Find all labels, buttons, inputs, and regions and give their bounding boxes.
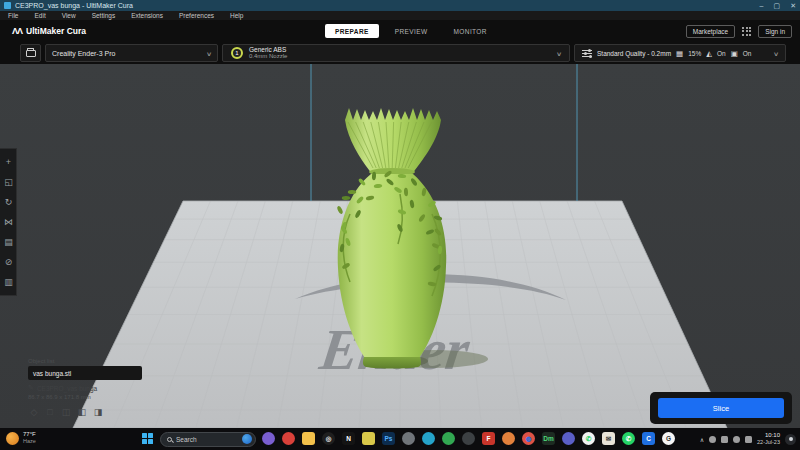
app-icon-chrome[interactable]: ◍ <box>522 432 535 445</box>
sign-in-button[interactable]: Sign in <box>758 25 792 38</box>
app-icon-purple2[interactable] <box>562 432 575 445</box>
app-icon-folder[interactable] <box>302 432 315 445</box>
notification-bell-icon[interactable] <box>785 434 796 445</box>
system-tray: ∧ 10:10 22-Jul-23 <box>700 430 796 448</box>
left-toolbar: +◱↻⋈▤⊘▥ <box>0 148 17 296</box>
taskbar-clock[interactable]: 10:10 22-Jul-23 <box>757 432 780 446</box>
wifi-icon[interactable] <box>721 436 728 443</box>
search-icon <box>167 437 172 442</box>
app-icon-green[interactable] <box>442 432 455 445</box>
window-title: CE3PRO_vas bunga - UltiMaker Cura <box>15 0 133 11</box>
support-value: On <box>717 50 726 57</box>
app-icon-dm[interactable]: Dm <box>542 432 555 445</box>
menu-edit[interactable]: Edit <box>26 11 53 20</box>
battery-icon[interactable] <box>745 436 752 443</box>
folder-icon <box>26 50 36 57</box>
taskbar-search[interactable]: Search <box>160 432 256 447</box>
config-toolbar: Creality Ender-3 Pro ∨ 1 Generic ABS 0.4… <box>0 42 800 64</box>
weather-temperature: 77°F <box>23 431 36 438</box>
view-front[interactable]: □ <box>44 406 56 418</box>
stage-tabs: PREPAREPREVIEWMONITOR <box>325 20 497 42</box>
app-icon-mail[interactable]: ✉ <box>602 432 615 445</box>
app-icon-n[interactable]: N <box>342 432 355 445</box>
adhesion-icon: ▣ <box>731 49 738 58</box>
tool-move[interactable]: + <box>0 152 17 172</box>
menu-bar: FileEditViewSettingsExtensionsPreference… <box>0 11 800 20</box>
chevron-down-icon: ∨ <box>556 50 562 57</box>
menu-preferences[interactable]: Preferences <box>171 11 222 20</box>
volume-icon[interactable] <box>733 436 740 443</box>
tool-rotate[interactable]: ↻ <box>0 192 17 212</box>
menu-help[interactable]: Help <box>222 11 251 20</box>
weather-widget[interactable]: 77°F Haze <box>6 431 36 445</box>
view-right[interactable]: ◨ <box>92 406 104 418</box>
weather-description: Haze <box>23 438 36 445</box>
tray-app-icon[interactable] <box>709 436 716 443</box>
infill-value: 15% <box>688 50 701 57</box>
app-icon-photoshop[interactable]: Ps <box>382 432 395 445</box>
tool-per-model-settings[interactable]: ▤ <box>0 232 17 252</box>
app-icon-globe[interactable] <box>402 432 415 445</box>
print-settings-selector[interactable]: Standard Quality - 0.2mm ▦ 15% ◭ On ▣ On… <box>574 44 786 62</box>
object-list-label[interactable]: Object list <box>28 358 178 364</box>
cura-window-icon <box>4 2 11 9</box>
printer-selector[interactable]: Creality Ender-3 Pro ∨ <box>45 44 218 62</box>
app-icon-c-blue[interactable]: C <box>642 432 655 445</box>
marketplace-button[interactable]: Marketplace <box>686 25 735 38</box>
view-3d[interactable]: ◇ <box>28 406 40 418</box>
app-icon-orange[interactable] <box>502 432 515 445</box>
tool-scale[interactable]: ◱ <box>0 172 17 192</box>
material-selector[interactable]: 1 Generic ABS 0.4mm Nozzle ∨ <box>222 44 570 62</box>
tool-custom[interactable]: ▥ <box>0 272 17 292</box>
printer-name: Creality Ender-3 Pro <box>52 50 115 57</box>
tab-preview[interactable]: PREVIEW <box>385 24 438 38</box>
slice-button[interactable]: Slice <box>658 398 784 418</box>
app-icon-g[interactable]: G <box>662 432 675 445</box>
tray-chevron-up-icon[interactable]: ∧ <box>700 436 704 443</box>
start-button[interactable] <box>142 433 153 444</box>
taskbar: 77°F Haze Search ◎NPsF◍Dm✆✉✆CG ∧ 10:10 2… <box>0 428 800 450</box>
extruder-1-icon: 1 <box>231 47 243 59</box>
tab-monitor[interactable]: MONITOR <box>444 24 497 38</box>
camera-view-buttons: ◇□◫◧◨ <box>28 406 178 418</box>
taskbar-apps: ◎NPsF◍Dm✆✉✆CG <box>262 432 675 445</box>
slice-panel: Slice <box>650 392 792 424</box>
search-label: Search <box>176 436 238 443</box>
weather-sun-icon <box>6 432 19 445</box>
vase-model <box>336 108 446 369</box>
infill-icon: ▦ <box>676 49 683 58</box>
tool-support-blocker[interactable]: ⊘ <box>0 252 17 272</box>
menu-file[interactable]: File <box>0 11 26 20</box>
project-name: CE3PRO_vas bunga <box>37 385 97 392</box>
app-icon-whatsapp[interactable]: ✆ <box>622 432 635 445</box>
tool-mirror[interactable]: ⋈ <box>0 212 17 232</box>
chevron-down-icon: ∨ <box>773 50 779 57</box>
menu-settings[interactable]: Settings <box>84 11 124 20</box>
app-icon-red-pin[interactable] <box>282 432 295 445</box>
app-icon-whatsapp-light[interactable]: ✆ <box>582 432 595 445</box>
bing-icon <box>242 434 252 444</box>
close-button[interactable]: ✕ <box>790 2 796 10</box>
app-icon-red-square[interactable]: F <box>482 432 495 445</box>
open-file-button[interactable] <box>20 44 41 62</box>
app-icon-record[interactable]: ◎ <box>322 432 335 445</box>
apps-grid-icon[interactable] <box>742 27 751 36</box>
view-left[interactable]: ◧ <box>76 406 88 418</box>
app-icon-dark[interactable] <box>462 432 475 445</box>
material-name: Generic ABS <box>249 46 287 53</box>
adhesion-value: On <box>743 50 752 57</box>
app-icon-edge[interactable] <box>422 432 435 445</box>
app-name: UltiMaker Cura <box>26 26 86 36</box>
app-icon-sticky-notes[interactable] <box>362 432 375 445</box>
view-top[interactable]: ◫ <box>60 406 72 418</box>
tab-prepare[interactable]: PREPARE <box>325 24 379 38</box>
object-list-item[interactable]: vas bunga.stl <box>28 366 142 380</box>
menu-extensions[interactable]: Extensions <box>123 11 171 20</box>
menu-view[interactable]: View <box>54 11 84 20</box>
chevron-down-icon: ∨ <box>206 50 212 57</box>
app-icon-purple[interactable] <box>262 432 275 445</box>
rename-project-icon[interactable]: ✎ <box>28 384 34 392</box>
maximize-button[interactable]: ▢ <box>774 2 781 10</box>
ultimaker-logo: ΛΛ UltiMaker Cura <box>12 26 86 36</box>
minimize-button[interactable]: – <box>760 2 764 10</box>
